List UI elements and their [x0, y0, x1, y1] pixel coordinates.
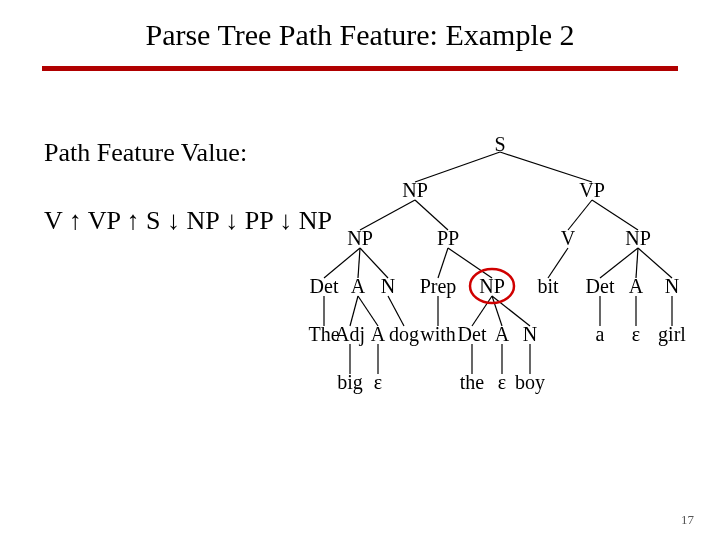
node-a2: A — [495, 323, 509, 346]
svg-line-11 — [548, 248, 568, 278]
node-boy: boy — [515, 371, 545, 394]
node-a-eps-parent: A — [371, 323, 385, 346]
node-eps1: ε — [374, 371, 382, 394]
slide: Parse Tree Path Feature: Example 2 Path … — [0, 0, 720, 540]
svg-line-8 — [360, 248, 388, 278]
node-vp: VP — [579, 179, 605, 202]
svg-line-22 — [492, 296, 530, 326]
path-feature-value: V ↑ VP ↑ S ↓ NP ↓ PP ↓ NP — [44, 206, 332, 236]
node-the2: the — [460, 371, 484, 394]
node-det3: Det — [586, 275, 615, 298]
node-big: big — [337, 371, 363, 394]
node-eps-a3: ε — [632, 323, 640, 346]
svg-line-6 — [324, 248, 360, 278]
svg-line-4 — [568, 200, 592, 230]
node-with: with — [420, 323, 456, 346]
node-bit: bit — [537, 275, 558, 298]
node-prep: Prep — [420, 275, 457, 298]
svg-line-17 — [358, 296, 378, 326]
svg-line-16 — [350, 296, 358, 326]
node-n3: N — [665, 275, 679, 298]
slide-title: Parse Tree Path Feature: Example 2 — [0, 18, 720, 52]
node-a1: A — [351, 275, 365, 298]
node-pp: PP — [437, 227, 459, 250]
svg-line-10 — [448, 248, 492, 278]
node-adj: Adj — [335, 323, 365, 346]
svg-line-2 — [360, 200, 415, 230]
svg-line-12 — [600, 248, 638, 278]
svg-line-0 — [415, 152, 500, 182]
node-eps2: ε — [498, 371, 506, 394]
parse-tree: S NP VP NP PP V NP Det A N Prep NP bit D… — [300, 130, 700, 470]
svg-line-13 — [636, 248, 638, 278]
svg-line-1 — [500, 152, 592, 182]
svg-line-18 — [388, 296, 404, 326]
node-dog: dog — [389, 323, 419, 346]
node-np-left: NP — [347, 227, 373, 250]
title-rule — [42, 66, 678, 71]
node-a: a — [596, 323, 605, 346]
node-n1: N — [381, 275, 395, 298]
path-feature-label: Path Feature Value: — [44, 138, 247, 168]
svg-line-7 — [358, 248, 360, 278]
tree-edges — [300, 130, 700, 470]
svg-line-14 — [638, 248, 672, 278]
svg-line-3 — [415, 200, 448, 230]
node-girl: girl — [658, 323, 686, 346]
node-v: V — [561, 227, 575, 250]
svg-line-9 — [438, 248, 448, 278]
node-det2: Det — [458, 323, 487, 346]
node-np-top: NP — [402, 179, 428, 202]
node-s: S — [494, 133, 505, 156]
node-det1: Det — [310, 275, 339, 298]
node-a3: A — [629, 275, 643, 298]
svg-line-5 — [592, 200, 638, 230]
node-np-right: NP — [625, 227, 651, 250]
page-number: 17 — [681, 512, 694, 528]
node-n2: N — [523, 323, 537, 346]
node-np-obj: NP — [479, 275, 505, 298]
